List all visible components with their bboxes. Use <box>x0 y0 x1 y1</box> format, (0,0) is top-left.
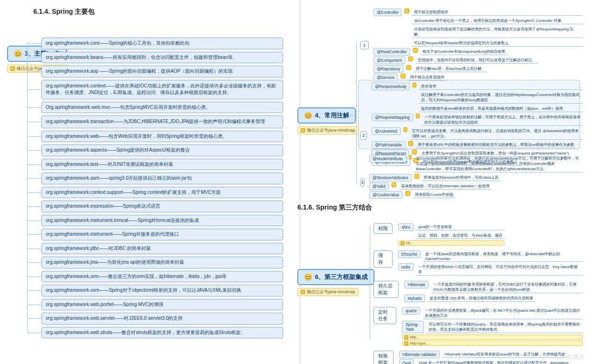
jar-item[interactable]: org.springframework.web.portlet——Spring … <box>41 299 283 311</box>
jar-item[interactable]: org.springframework.asm——spring3.0开始提供自己… <box>41 172 283 184</box>
ann-desc: 它可以对类成员变量、方法及构造函数进行标注，完成自动装配的工作。通过 @Auto… <box>410 128 583 140</box>
ann-key[interactable]: @Service <box>374 74 398 81</box>
jar-item[interactable]: org.springframework.context.support——Spr… <box>41 187 283 199</box>
ann-row: @CookieValue用来获取Cookie中的值 <box>369 191 583 199</box>
tp-category[interactable]: 权限 <box>374 223 393 234</box>
note-icon <box>412 150 417 154</box>
heading-614: 6.1.4. Spring 主要包 <box>33 8 283 16</box>
wechat-tag-ann: 微信公众号java-mindmap <box>297 126 359 134</box>
tp-item-desc: java的一个安全框架 <box>416 224 504 230</box>
note-icon <box>413 83 416 87</box>
ann-key[interactable]: @SessionAttributes <box>369 174 412 182</box>
ann-desc: 异步请求 <box>419 83 583 90</box>
ann-desc: 泛指组件，当组件不好归类的时候，我们可以使用这个注解进行标注。 <box>416 57 538 64</box>
tp-item-desc: 是一个纯Java的进程内缓存框架，具有快速、精干等特点，是Hibernate中默… <box>423 251 583 262</box>
connector <box>370 226 370 340</box>
right-column: 😊 4、常用注解 微信公众号java-mindmap 1 @Controller… <box>297 5 583 350</box>
jar-item[interactable]: org.springframework.aspects——Spring提供的对A… <box>41 144 283 156</box>
jar-item[interactable]: org.springframework.web——包含Web应用开发时，用到Sp… <box>41 131 283 143</box>
ann-row: @Autowired它可以对类成员变量、方法及构造函数进行标注，完成自动装配的工… <box>372 127 583 140</box>
tp-item-key[interactable]: Oval <box>399 359 414 364</box>
tp-item-key[interactable]: Hibernate validator <box>399 351 440 358</box>
tp-category[interactable]: 定时任务 <box>374 307 396 324</box>
ann-key[interactable]: @Component <box>374 57 405 64</box>
note-icon <box>404 9 409 13</box>
ann-row: @PathVariable用于将请求URL中的模板变量映射到功能处理方法的参数上… <box>372 141 583 149</box>
group-chip-1[interactable]: 1 <box>360 41 369 49</box>
ann-desc: 一个用来处理请求地址映射的注解，可用于类或方法上。用于类上，表示类中的所有响应请… <box>423 114 583 126</box>
jar-item[interactable]: org.springframework.oxm——Spring对于object/… <box>41 285 283 297</box>
ann-key[interactable]: @PathVariable <box>372 141 405 149</box>
jar-item[interactable]: org.springframework.instrument.tomcat——S… <box>41 215 283 227</box>
ann-row: @Valid实体数据校验，可以结合hibernate validator一起使用 <box>369 182 583 190</box>
tp-item-key[interactable]: shiro <box>398 223 413 231</box>
jar-item[interactable]: org.springframework.orm——整合第三方的orm实现，如hi… <box>41 271 283 283</box>
jar-item[interactable]: org.springframework.aop ——Spring的面向切面编程，… <box>41 66 283 77</box>
link-tag[interactable]: http... <box>402 335 583 340</box>
ann-key[interactable]: @Repository <box>374 65 403 73</box>
root-node-tp[interactable]: 😊 6、第三方框架集成 <box>297 269 374 285</box>
jar-item[interactable]: org.springframework.instrument——Spring对服… <box>41 229 283 240</box>
group-chip-3[interactable]: 3 <box>360 178 364 187</box>
connector <box>356 43 357 183</box>
note-icon <box>392 182 396 187</box>
wechat-tag-tp: 微信公众号java-mindmap <box>297 288 359 296</box>
ann-group-3: 3 @ModelAttribute该Controller的所有方法在调用前，先执… <box>360 155 583 199</box>
note-icon <box>405 191 410 196</box>
jar-item[interactable]: org.springframework.expression——Spring表达… <box>41 201 283 212</box>
wechat-tag-ann-label: 微信公众号java-mindmap <box>307 127 355 134</box>
tp-category[interactable]: 校验框架 <box>374 351 393 364</box>
jar-item[interactable]: org.springframework.test——对JUNIT等测试框架的简单… <box>41 159 283 171</box>
ann-key[interactable]: @ResponseBody <box>372 83 410 90</box>
wechat-tag-tp-label: 微信公众号java-mindmap <box>307 289 355 295</box>
link-tag-text: http://gon... <box>410 341 429 345</box>
tp-item-key[interactable]: redis <box>398 263 413 271</box>
ann-key[interactable]: @Autowired <box>372 127 400 135</box>
ann-row: @RestController相当于@Controller和@responseB… <box>374 48 583 56</box>
note-icon <box>401 74 405 78</box>
tp-item-key[interactable]: Hibernate <box>404 281 429 288</box>
ann-key[interactable]: @CookieValue <box>369 191 403 199</box>
jar-item[interactable]: org.springframework.web.struts——整合对strut… <box>41 327 283 339</box>
group-chip-2[interactable]: 2 <box>360 131 367 140</box>
tp-category[interactable]: 缓存 <box>374 250 393 268</box>
tp-category-row: 持久层框架Hibernate一个开放源代码的对象关系映射框架，它对JDBC进行了… <box>374 281 583 302</box>
tp-category-row: 定时任务quartz一个开源的作业调度框架，由java编写，在.NET平台为Qu… <box>374 307 583 346</box>
ann-key[interactable]: @Valid <box>369 182 389 190</box>
tp-item-key[interactable]: Spring-Task <box>402 321 423 333</box>
ann-group-1: 1 @Controller用于标注控制层组件@Controller 用于标记在一… <box>360 9 583 81</box>
link-tag[interactable]: htt... <box>398 240 504 246</box>
tp-item-key[interactable]: Ehcache <box>398 250 421 258</box>
link-tag[interactable]: http://gon... <box>402 341 583 346</box>
jar-item[interactable]: Org.springframework.web.mvc——包含SpringMVC… <box>41 102 283 114</box>
jar-item[interactable]: org.springframework.web.servlet——对J2EE6.… <box>41 313 283 325</box>
jar-item[interactable]: org.springframework.context——提供在基础IOC功能上… <box>41 80 283 99</box>
jar-item[interactable]: org.springframework.beans——所有应用都用到，包含访问配… <box>41 52 283 64</box>
root-node-ann-block: 😊 4、常用注解 微信公众号java-mindmap <box>297 107 359 134</box>
ann-key[interactable]: @RequestMapping <box>372 114 413 121</box>
tag-square-icon <box>404 342 408 345</box>
ann-desc: 用于将请求URL中的模板变量映射到功能处理方法的参数上，即取出uri模板中的变量… <box>416 142 576 148</box>
heading-616: 6.1.6. Spring 第三方结合 <box>297 203 583 212</box>
tp-category[interactable]: 持久层框架 <box>374 281 399 298</box>
ann-desc: 该注解用于将Controller的方法返回的对象，通过适当的HttpMessag… <box>419 92 583 104</box>
tp-item-key[interactable]: quartz <box>402 307 420 315</box>
root-node-ann[interactable]: 😊 4、常用注解 <box>297 107 356 124</box>
root-node-tp-label: 6、第三方框架集成 <box>315 273 368 281</box>
link-tag-text: htt... <box>406 241 413 245</box>
ann-group-2: 2 @ResponseBody异步请求该注解用于将Controller的方法返回… <box>360 83 583 166</box>
ann-key[interactable]: @RestController <box>374 48 410 56</box>
note-icon <box>406 65 411 70</box>
tp-item-key[interactable]: Mybatis <box>404 295 425 302</box>
ann-key[interactable]: @ModelAttribute <box>369 155 406 163</box>
root-node-ann-label: 4、常用注解 <box>315 111 349 120</box>
ann-desc: 用于标注业务层组件 <box>408 74 446 81</box>
jar-item[interactable]: org.springframework.core——Spring的核心工具包，其… <box>41 38 283 49</box>
jar-item[interactable]: org.springframework.jms——为简化jms api的使用而做… <box>41 257 283 268</box>
jar-item[interactable]: org.springframework.jdbc——对JDBC 的简单封装 <box>41 243 283 255</box>
tp-item-desc: 可以将它比作一个轻量级的Quartz，而且使用起来很简单，除spring相关的包… <box>427 321 583 333</box>
ann-key[interactable]: @Controller <box>374 9 402 16</box>
jar-item[interactable]: org.springframework.transaction——为JDBC,H… <box>41 115 283 128</box>
tp-item-sub: 认证、授权、加密、会话管理、与Web集成、缓存 <box>416 232 504 239</box>
root-node-tp-block: 😊 6、第三方框架集成 微信公众号java-mindmap <box>297 269 374 296</box>
